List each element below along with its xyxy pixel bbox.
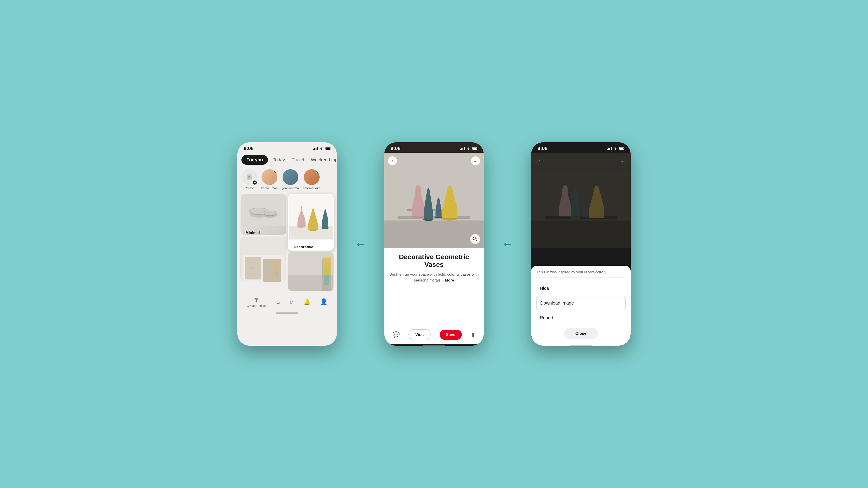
tab-today[interactable]: Today [271, 155, 287, 165]
pin-detail-desc: Brighten up your space with bold, colorf… [389, 271, 479, 283]
phone-2: 8:08 [384, 142, 484, 346]
svg-point-37 [474, 238, 475, 239]
comment-button[interactable]: 💬 [393, 331, 400, 338]
nav-bell[interactable]: 🔔 [303, 298, 310, 305]
wifi-icon [320, 145, 324, 151]
phone2-content: ‹ ··· Decorative Geometric Vases Brighte… [384, 153, 484, 344]
status-icons-1 [313, 145, 331, 151]
signal-icon-2 [460, 147, 465, 150]
lens-button[interactable] [470, 234, 480, 244]
story-badge-sato: 5 [315, 169, 320, 173]
story-badge-kenta: 2 [273, 169, 277, 173]
pin-detail-image: ‹ ··· [384, 153, 484, 248]
svg-rect-41 [545, 216, 617, 219]
story-label-yeah: yeahjustrafa [282, 186, 299, 190]
story-sato[interactable]: 5 satomadoka [303, 169, 320, 190]
masonry-grid: Minimal Ceramic Bowls ··· [237, 192, 337, 293]
more-button-dark[interactable]: ··· [618, 156, 627, 165]
share-button[interactable]: ⬆ [471, 331, 475, 338]
bell-icon: 🔔 [303, 298, 310, 305]
arrow-2-container: ← [502, 237, 513, 251]
col-1: Minimal Ceramic Bowls ··· [241, 194, 286, 291]
story-yeah[interactable]: yeahjustrafa [282, 169, 299, 190]
time-2: 8:08 [391, 145, 401, 151]
pin-vases-menu[interactable]: ··· [325, 248, 331, 251]
pin-detail-body: Decorative Geometric Vases Brighten up y… [384, 248, 484, 326]
nav-items: ⊕ Create Routine ⌂ ⌕ 🔔 👤 [242, 296, 332, 307]
story-avatar-sato: 5 [304, 169, 320, 185]
visit-button[interactable]: Visit [408, 329, 431, 340]
create-avatar: + [241, 169, 257, 185]
battery-icon [326, 147, 331, 150]
arrow-2: ← [502, 237, 513, 251]
battery-icon-2 [472, 147, 477, 150]
story-create[interactable]: + Create [241, 169, 257, 190]
tab-bar: For you Today Travel Weekend trip [237, 153, 337, 167]
pin-ceramic-title-row: Minimal Ceramic Bowls ··· [241, 227, 286, 235]
time-3: 8:08 [537, 145, 548, 151]
nav-home[interactable]: ⌂ [276, 298, 280, 305]
nav-create[interactable]: ⊕ Create Routine [247, 296, 267, 307]
context-menu-report[interactable]: Report [536, 311, 626, 324]
pin-ceramic-menu[interactable]: ··· [278, 231, 284, 235]
status-bar-1: 8:08 [237, 142, 337, 153]
pin-bedroom[interactable] [241, 236, 286, 282]
story-avatar-kenta: 2 [261, 169, 277, 185]
svg-point-8 [263, 211, 277, 215]
battery-icon-3 [619, 147, 624, 150]
context-menu-hint: This Pin was inspired by your recent act… [536, 270, 626, 278]
time-1: 8:08 [244, 145, 254, 151]
home-indicator-1 [237, 311, 337, 315]
tab-travel[interactable]: Travel [290, 155, 306, 165]
context-menu-hide[interactable]: Hide [536, 282, 626, 295]
tab-weekend[interactable]: Weekend trip [309, 155, 337, 165]
more-link[interactable]: More [445, 278, 454, 283]
home-bar-3 [569, 346, 592, 346]
stories-row: + Create 2 kenta_iman yeahjustrafa 5 sat… [237, 167, 337, 192]
bottom-nav: ⊕ Create Routine ⌂ ⌕ 🔔 👤 [237, 293, 337, 311]
svg-rect-40 [531, 221, 631, 248]
nav-search[interactable]: ⌕ [290, 298, 293, 305]
pin-woman[interactable] [288, 252, 334, 291]
signal-icon [313, 147, 318, 150]
back-button-dark[interactable]: ‹ [535, 156, 544, 165]
signal-icon-3 [607, 147, 612, 150]
pin-ceramic-bowls[interactable]: Minimal Ceramic Bowls ··· [241, 194, 286, 235]
context-menu-download[interactable]: Download image [536, 296, 626, 310]
tab-for-you[interactable]: For you [241, 155, 268, 165]
wifi-icon-3 [614, 145, 618, 151]
arrow-1: ← [355, 237, 366, 251]
wifi-icon-2 [467, 145, 471, 151]
context-menu: This Pin was inspired by your recent act… [531, 266, 631, 344]
story-label-sato: satomadoka [303, 186, 320, 190]
phone3-content: ‹ ··· This Pin was inspired by your rece… [531, 153, 631, 344]
svg-rect-27 [323, 257, 331, 275]
context-menu-close-area: Close [536, 328, 626, 339]
svg-rect-29 [384, 221, 484, 248]
home-icon: ⌂ [276, 298, 280, 305]
pin-detail-title: Decorative Geometric Vases [389, 253, 479, 268]
profile-icon: 👤 [320, 298, 327, 305]
story-avatar-yeah [283, 169, 298, 185]
svg-rect-30 [398, 216, 470, 219]
home-indicator-2 [384, 344, 484, 346]
nav-profile[interactable]: 👤 [320, 298, 327, 305]
svg-line-38 [476, 240, 477, 241]
save-button[interactable]: Save [440, 330, 462, 340]
status-icons-2 [460, 145, 477, 151]
phone-3: 8:08 [531, 142, 631, 346]
create-routine-icon: ⊕ [254, 296, 259, 303]
home-bar-1 [276, 313, 298, 314]
plus-icon: + [252, 180, 257, 185]
status-bar-3: 8:08 [531, 142, 631, 153]
more-button[interactable]: ··· [471, 156, 480, 165]
pin-detail-image-dark: ‹ ··· [531, 153, 631, 248]
arrow-1-container: ← [355, 237, 366, 251]
story-kenta[interactable]: 2 kenta_iman [261, 169, 278, 190]
pin-vases-title-row: Decorative Geometric Vases ··· [289, 241, 333, 251]
create-routine-label: Create Routine [247, 304, 267, 307]
back-button[interactable]: ‹ [388, 156, 397, 165]
story-create-label: Create [245, 186, 254, 190]
pin-vases-highlighted[interactable]: Decorative Geometric Vases ··· [288, 194, 334, 251]
close-button[interactable]: Close [564, 328, 598, 339]
